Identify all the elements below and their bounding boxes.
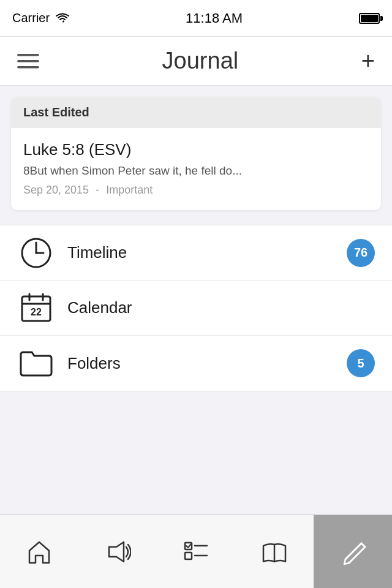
clock-icon (20, 236, 53, 270)
svg-rect-1 (17, 60, 39, 62)
status-time: 11:18 AM (186, 10, 243, 26)
main-content: Last Edited Luke 5:8 (ESV) 8But when Sim… (0, 86, 392, 402)
last-edited-body: Luke 5:8 (ESV) 8But when Simon Peter saw… (11, 128, 381, 210)
last-edited-card[interactable]: Last Edited Luke 5:8 (ESV) 8But when Sim… (11, 97, 381, 210)
add-entry-button[interactable]: + (361, 48, 375, 74)
entry-date: Sep 20, 2015 (23, 184, 89, 196)
svg-line-16 (345, 543, 361, 559)
entry-title: Luke 5:8 (ESV) (23, 140, 369, 159)
entry-tag: Important (106, 184, 153, 196)
page-title: Journal (162, 48, 239, 74)
battery-icon (359, 13, 380, 24)
folders-label: Folders (67, 354, 347, 373)
tab-list[interactable] (157, 515, 235, 588)
status-bar: Carrier 11:18 AM (0, 0, 392, 37)
timeline-label: Timeline (67, 243, 347, 262)
status-carrier-wifi: Carrier (12, 11, 69, 25)
menu-item-folders[interactable]: Folders 5 (0, 336, 392, 391)
timeline-badge: 76 (347, 239, 375, 267)
last-edited-label: Last Edited (23, 105, 89, 119)
tab-library[interactable] (235, 515, 314, 588)
nav-bar: Journal + (0, 37, 392, 86)
entry-meta-separator: - (96, 184, 99, 196)
hamburger-menu-button[interactable] (17, 53, 39, 70)
svg-rect-2 (17, 66, 39, 69)
entry-preview: 8But when Simon Peter saw it, he fell do… (23, 164, 369, 178)
menu-section: Timeline 76 22 Calendar (0, 225, 392, 391)
write-icon (339, 538, 366, 565)
svg-rect-0 (17, 54, 39, 56)
last-edited-header: Last Edited (11, 97, 381, 128)
list-icon (183, 538, 209, 565)
carrier-label: Carrier (12, 11, 50, 25)
calendar-label: Calendar (67, 298, 375, 317)
timeline-icon-wrap (17, 234, 55, 272)
library-icon (261, 538, 288, 565)
menu-item-calendar[interactable]: 22 Calendar (0, 281, 392, 336)
svg-line-18 (349, 547, 365, 563)
folders-badge: 5 (347, 349, 375, 377)
menu-item-timeline[interactable]: Timeline 76 (0, 225, 392, 281)
status-battery (359, 13, 380, 24)
tab-write[interactable] (314, 515, 392, 588)
svg-text:22: 22 (31, 307, 42, 317)
tab-home[interactable] (0, 515, 78, 588)
folder-icon-wrap (17, 344, 55, 382)
tab-bar (0, 514, 392, 588)
folder-icon (20, 350, 53, 377)
home-icon (26, 538, 53, 565)
tab-audio[interactable] (78, 515, 157, 588)
entry-meta: Sep 20, 2015 - Important (23, 184, 369, 197)
calendar-icon: 22 (20, 292, 53, 325)
wifi-icon (56, 13, 69, 24)
hamburger-icon (17, 53, 39, 70)
audio-icon (104, 538, 131, 565)
svg-rect-14 (185, 552, 192, 559)
calendar-icon-wrap: 22 (17, 289, 55, 327)
svg-marker-11 (109, 542, 124, 562)
